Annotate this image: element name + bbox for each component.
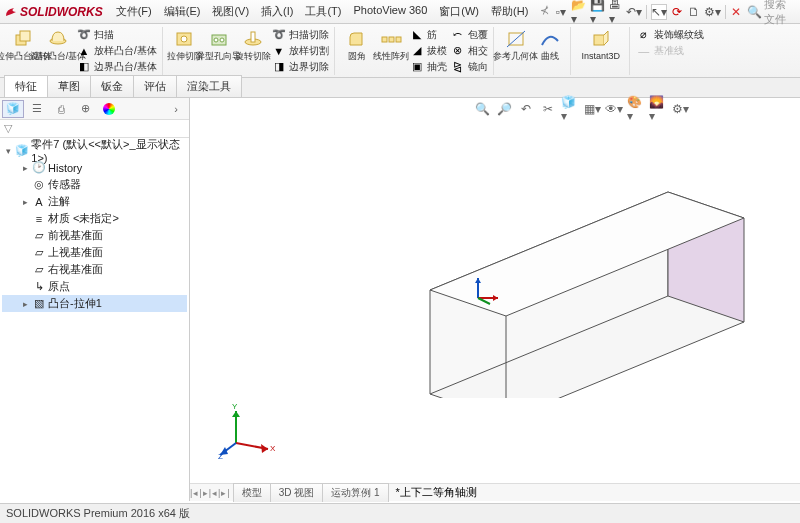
tree-node-front-plane[interactable]: ▱前视基准面 xyxy=(2,227,187,244)
save-icon[interactable]: 💾▾ xyxy=(590,4,605,20)
quick-access-toolbar: ▫▾ 📂▾ 💾▾ 🖶▾ ↶▾ ↖▾ ⟳ 🗋 ⚙▾ ✕ 🔍 搜索文件 xyxy=(554,0,796,27)
close-doc-icon[interactable]: ✕ xyxy=(730,4,743,20)
boundary-cut-button[interactable]: ◨边界切除 xyxy=(270,59,331,74)
edit-appearance-icon[interactable]: 🎨▾ xyxy=(627,100,645,118)
revolve-cut-button[interactable]: 旋转切除 xyxy=(236,27,270,74)
view-settings-icon[interactable]: ⚙▾ xyxy=(671,100,689,118)
datum-button: —基准线 xyxy=(635,43,706,58)
fm-tab-right-arrow[interactable]: › xyxy=(165,100,187,118)
svg-marker-32 xyxy=(261,444,268,453)
hole-wizard-button[interactable]: 异型孔向导 xyxy=(202,27,236,74)
part-icon: 🧊 xyxy=(15,144,29,157)
options-icon[interactable]: 🗋 xyxy=(688,4,701,20)
tree-node-material[interactable]: ≡材质 <未指定> xyxy=(2,210,187,227)
view-triad[interactable]: Y X Z xyxy=(218,401,278,461)
tab-sketch[interactable]: 草图 xyxy=(47,75,91,97)
apply-scene-icon[interactable]: 🌄▾ xyxy=(649,100,667,118)
curves-icon xyxy=(538,28,562,50)
curves-button[interactable]: 曲线 xyxy=(533,27,567,61)
tree-root[interactable]: ▾ 🧊 零件7 (默认<<默认>_显示状态 1>) xyxy=(2,142,187,159)
tab-render[interactable]: 渲染工具 xyxy=(176,75,242,97)
boundary-cut-icon: ◨ xyxy=(272,60,286,74)
tree-node-annotations[interactable]: ▸A注解 xyxy=(2,193,187,210)
instant3d-button[interactable]: Instant3D xyxy=(576,27,626,61)
zoom-fit-icon[interactable]: 🔍 xyxy=(473,100,491,118)
menu-window[interactable]: 窗口(W) xyxy=(434,2,484,21)
zoom-area-icon[interactable]: 🔎 xyxy=(495,100,513,118)
qat-separator-2 xyxy=(725,5,726,19)
settings-icon[interactable]: ⚙▾ xyxy=(705,4,721,20)
menu-photoview[interactable]: PhotoView 360 xyxy=(349,2,433,21)
undo-icon[interactable]: ↶▾ xyxy=(626,4,642,20)
tree-root-label: 零件7 (默认<<默认>_显示状态 1>) xyxy=(31,137,187,164)
vp-tab-motion1[interactable]: 运动算例 1 xyxy=(322,483,388,502)
sweep-button[interactable]: ➰扫描 xyxy=(75,27,159,42)
search-box[interactable]: 🔍 搜索文件 xyxy=(747,0,796,27)
intersect-button[interactable]: ⊗相交 xyxy=(449,43,490,58)
fm-tab-tree[interactable]: 🧊 xyxy=(2,100,24,118)
loft-button[interactable]: ▲放样凸台/基体 xyxy=(75,43,159,58)
cosmetic-thread-button[interactable]: ⌀装饰螺纹线 xyxy=(635,27,706,42)
menu-edit[interactable]: 编辑(E) xyxy=(159,2,206,21)
search-placeholder: 搜索文件 xyxy=(764,0,796,27)
tree-node-sensors[interactable]: ◎传感器 xyxy=(2,176,187,193)
linear-pattern-button[interactable]: 线性阵列 xyxy=(374,27,408,74)
print-icon[interactable]: 🖶▾ xyxy=(609,4,622,20)
rebuild-icon[interactable]: ⟳ xyxy=(671,4,684,20)
shell-button[interactable]: ▣抽壳 xyxy=(408,59,449,74)
heads-up-toolbar: 🔍 🔎 ↶ ✂ 🧊▾ ▦▾ 👁▾ 🎨▾ 🌄▾ ⚙▾ xyxy=(473,100,689,118)
fm-tab-property[interactable]: ☰ xyxy=(26,100,48,118)
sweep-cut-button[interactable]: ➰扫描切除 xyxy=(270,27,331,42)
viewport-tabs: 模型 3D 视图 运动算例 1 xyxy=(231,484,388,502)
menu-help[interactable]: 帮助(H) xyxy=(486,2,533,21)
mirror-button[interactable]: ⧎镜向 xyxy=(449,59,490,74)
loft-cut-button[interactable]: ▼放样切割 xyxy=(270,43,331,58)
svg-rect-1 xyxy=(20,31,30,41)
revolve-cut-icon xyxy=(241,28,265,50)
svg-text:X: X xyxy=(270,444,276,453)
select-icon[interactable]: ↖▾ xyxy=(651,4,667,20)
boundary-button[interactable]: ◧边界凸台/基体 xyxy=(75,59,159,74)
tree-node-origin[interactable]: ↳原点 xyxy=(2,278,187,295)
open-icon[interactable]: 📂▾ xyxy=(571,4,586,20)
view-orientation-icon[interactable]: 🧊▾ xyxy=(561,100,579,118)
revolve-boss-button[interactable]: 旋转凸台/基体 xyxy=(41,27,75,74)
reference-geometry-button[interactable]: 参考几何体 xyxy=(499,27,533,61)
draft-button[interactable]: ◢拔模 xyxy=(408,43,449,58)
model-view xyxy=(390,138,770,398)
feature-manager-tabs: 🧊 ☰ ⎙ ⊕ › xyxy=(0,98,189,120)
boundary-icon: ◧ xyxy=(77,60,91,74)
tab-evaluate[interactable]: 评估 xyxy=(133,75,177,97)
section-view-icon[interactable]: ✂ xyxy=(539,100,557,118)
vp-tab-3dview[interactable]: 3D 视图 xyxy=(270,483,324,502)
menu-file[interactable]: 文件(F) xyxy=(111,2,157,21)
tree-node-extrude1[interactable]: ▸▧凸台-拉伸1 xyxy=(2,295,187,312)
tree-node-right-plane[interactable]: ▱右视基准面 xyxy=(2,261,187,278)
prev-view-icon[interactable]: ↶ xyxy=(517,100,535,118)
tab-scroll-controls[interactable]: |◂|▸|◂|▸| xyxy=(190,488,231,498)
menu-view[interactable]: 视图(V) xyxy=(207,2,254,21)
fm-tab-appearance[interactable] xyxy=(98,100,120,118)
tab-features[interactable]: 特征 xyxy=(4,75,48,97)
new-icon[interactable]: ▫▾ xyxy=(554,4,567,20)
extrude-feature-icon: ▧ xyxy=(32,297,46,310)
hide-show-icon[interactable]: 👁▾ xyxy=(605,100,623,118)
app-brand: SOLIDWORKS xyxy=(20,5,103,19)
menu-tools[interactable]: 工具(T) xyxy=(300,2,346,21)
fm-tab-config[interactable]: ⎙ xyxy=(50,100,72,118)
rib-button[interactable]: ◣筋 xyxy=(408,27,449,42)
menu-insert[interactable]: 插入(I) xyxy=(256,2,298,21)
tab-sheetmetal[interactable]: 钣金 xyxy=(90,75,134,97)
vp-tab-model[interactable]: 模型 xyxy=(233,483,271,502)
tree-collapse-icon[interactable]: ▾ xyxy=(4,146,13,156)
graphics-viewport[interactable]: 🔍 🔎 ↶ ✂ 🧊▾ ▦▾ 👁▾ 🎨▾ 🌄▾ ⚙▾ xyxy=(190,98,800,501)
display-style-icon[interactable]: ▦▾ xyxy=(583,100,601,118)
fillet-button[interactable]: 圆角 xyxy=(340,27,374,74)
feature-manager-filter[interactable]: ▽ xyxy=(0,120,189,138)
fm-tab-dimxpert[interactable]: ⊕ xyxy=(74,100,96,118)
wrap-button[interactable]: ⤺包覆 xyxy=(449,27,490,42)
tree-node-top-plane[interactable]: ▱上视基准面 xyxy=(2,244,187,261)
intersect-icon: ⊗ xyxy=(451,44,465,58)
feature-manager-panel: 🧊 ☰ ⎙ ⊕ › ▽ ▾ 🧊 零件7 (默认<<默认>_显示状态 1>) ▸🕑… xyxy=(0,98,190,501)
menu-pin-icon[interactable]: ⊀ xyxy=(535,2,554,21)
